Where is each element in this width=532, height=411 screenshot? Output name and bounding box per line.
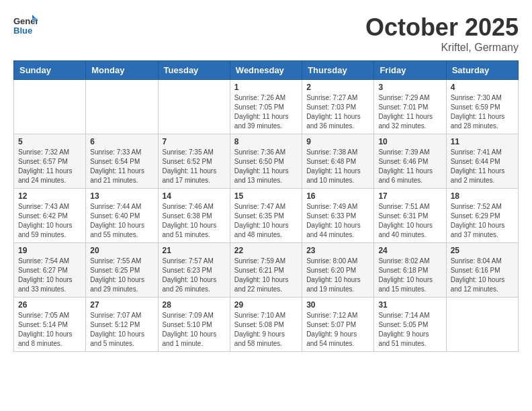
day-info: Sunrise: 7:26 AM Sunset: 7:05 PM Dayligh… bbox=[234, 93, 298, 131]
day-info: Sunrise: 8:00 AM Sunset: 6:20 PM Dayligh… bbox=[306, 257, 369, 294]
calendar-cell: 2Sunrise: 7:27 AM Sunset: 7:03 PM Daylig… bbox=[302, 80, 374, 134]
day-number: 13 bbox=[90, 191, 153, 201]
day-info: Sunrise: 7:49 AM Sunset: 6:33 PM Dayligh… bbox=[306, 202, 369, 240]
day-number: 6 bbox=[90, 137, 153, 146]
day-number: 9 bbox=[306, 137, 369, 146]
weekday-header-saturday: Saturday bbox=[446, 61, 518, 80]
weekday-header-friday: Friday bbox=[374, 61, 446, 80]
day-info: Sunrise: 7:36 AM Sunset: 6:50 PM Dayligh… bbox=[234, 148, 298, 185]
calendar-cell: 5Sunrise: 7:32 AM Sunset: 6:57 PM Daylig… bbox=[14, 134, 86, 189]
day-number: 2 bbox=[306, 83, 369, 92]
calendar-cell: 21Sunrise: 7:57 AM Sunset: 6:23 PM Dayli… bbox=[158, 243, 230, 298]
day-info: Sunrise: 8:02 AM Sunset: 6:18 PM Dayligh… bbox=[378, 257, 441, 294]
calendar-cell: 24Sunrise: 8:02 AM Sunset: 6:18 PM Dayli… bbox=[374, 243, 446, 298]
day-number: 22 bbox=[234, 246, 298, 255]
day-info: Sunrise: 7:47 AM Sunset: 6:35 PM Dayligh… bbox=[234, 202, 298, 240]
day-info: Sunrise: 7:52 AM Sunset: 6:29 PM Dayligh… bbox=[451, 202, 514, 240]
day-number: 1 bbox=[234, 83, 298, 92]
day-number: 3 bbox=[378, 83, 441, 92]
month-title: October 2025 bbox=[365, 13, 519, 42]
day-info: Sunrise: 7:57 AM Sunset: 6:23 PM Dayligh… bbox=[163, 257, 226, 294]
day-number: 16 bbox=[306, 191, 369, 201]
day-info: Sunrise: 7:54 AM Sunset: 6:27 PM Dayligh… bbox=[18, 257, 81, 294]
calendar-cell bbox=[446, 298, 518, 352]
calendar-cell: 27Sunrise: 7:07 AM Sunset: 5:12 PM Dayli… bbox=[86, 298, 158, 352]
day-number: 30 bbox=[306, 300, 369, 310]
day-info: Sunrise: 7:44 AM Sunset: 6:40 PM Dayligh… bbox=[90, 202, 153, 240]
day-info: Sunrise: 7:46 AM Sunset: 6:38 PM Dayligh… bbox=[163, 202, 226, 240]
calendar-cell: 7Sunrise: 7:35 AM Sunset: 6:52 PM Daylig… bbox=[158, 134, 230, 189]
calendar-cell: 13Sunrise: 7:44 AM Sunset: 6:40 PM Dayli… bbox=[86, 189, 158, 243]
calendar-cell: 22Sunrise: 7:59 AM Sunset: 6:21 PM Dayli… bbox=[230, 243, 302, 298]
calendar-cell bbox=[14, 80, 86, 134]
calendar-cell: 6Sunrise: 7:33 AM Sunset: 6:54 PM Daylig… bbox=[86, 134, 158, 189]
logo-icon: General Blue bbox=[13, 13, 38, 38]
calendar-cell: 31Sunrise: 7:14 AM Sunset: 5:05 PM Dayli… bbox=[374, 298, 446, 352]
calendar-cell: 30Sunrise: 7:12 AM Sunset: 5:07 PM Dayli… bbox=[302, 298, 374, 352]
calendar-cell bbox=[158, 80, 230, 134]
day-info: Sunrise: 7:55 AM Sunset: 6:25 PM Dayligh… bbox=[90, 257, 153, 294]
day-number: 24 bbox=[378, 246, 441, 255]
day-info: Sunrise: 7:10 AM Sunset: 5:08 PM Dayligh… bbox=[234, 311, 298, 349]
location-title: Kriftel, Germany bbox=[365, 42, 519, 54]
calendar-week-3: 12Sunrise: 7:43 AM Sunset: 6:42 PM Dayli… bbox=[14, 189, 519, 243]
logo: General Blue bbox=[13, 13, 38, 38]
day-number: 12 bbox=[18, 191, 81, 201]
day-info: Sunrise: 7:29 AM Sunset: 7:01 PM Dayligh… bbox=[378, 93, 441, 131]
day-number: 14 bbox=[163, 191, 226, 201]
weekday-header-tuesday: Tuesday bbox=[158, 61, 230, 80]
day-info: Sunrise: 7:39 AM Sunset: 6:46 PM Dayligh… bbox=[378, 148, 441, 185]
day-info: Sunrise: 7:41 AM Sunset: 6:44 PM Dayligh… bbox=[451, 148, 514, 185]
calendar-cell: 11Sunrise: 7:41 AM Sunset: 6:44 PM Dayli… bbox=[446, 134, 518, 189]
day-info: Sunrise: 7:05 AM Sunset: 5:14 PM Dayligh… bbox=[18, 311, 81, 349]
day-number: 18 bbox=[451, 191, 514, 201]
day-info: Sunrise: 7:09 AM Sunset: 5:10 PM Dayligh… bbox=[163, 311, 226, 349]
day-number: 28 bbox=[163, 300, 226, 310]
day-info: Sunrise: 7:32 AM Sunset: 6:57 PM Dayligh… bbox=[18, 148, 81, 185]
svg-text:Blue: Blue bbox=[13, 26, 32, 36]
calendar-cell: 20Sunrise: 7:55 AM Sunset: 6:25 PM Dayli… bbox=[86, 243, 158, 298]
calendar-cell: 29Sunrise: 7:10 AM Sunset: 5:08 PM Dayli… bbox=[230, 298, 302, 352]
day-info: Sunrise: 7:30 AM Sunset: 6:59 PM Dayligh… bbox=[451, 93, 514, 131]
day-info: Sunrise: 7:38 AM Sunset: 6:48 PM Dayligh… bbox=[306, 148, 369, 185]
calendar-cell: 9Sunrise: 7:38 AM Sunset: 6:48 PM Daylig… bbox=[302, 134, 374, 189]
calendar-week-4: 19Sunrise: 7:54 AM Sunset: 6:27 PM Dayli… bbox=[14, 243, 519, 298]
day-number: 23 bbox=[306, 246, 369, 255]
page-header: General Blue October 2025 Kriftel, Germa… bbox=[13, 13, 519, 54]
day-number: 11 bbox=[451, 137, 514, 146]
day-info: Sunrise: 7:51 AM Sunset: 6:31 PM Dayligh… bbox=[378, 202, 441, 240]
calendar-cell: 14Sunrise: 7:46 AM Sunset: 6:38 PM Dayli… bbox=[158, 189, 230, 243]
calendar-cell: 15Sunrise: 7:47 AM Sunset: 6:35 PM Dayli… bbox=[230, 189, 302, 243]
weekday-header-sunday: Sunday bbox=[14, 61, 86, 80]
weekday-header-wednesday: Wednesday bbox=[230, 61, 302, 80]
calendar-cell: 16Sunrise: 7:49 AM Sunset: 6:33 PM Dayli… bbox=[302, 189, 374, 243]
day-info: Sunrise: 7:35 AM Sunset: 6:52 PM Dayligh… bbox=[163, 148, 226, 185]
calendar-cell: 18Sunrise: 7:52 AM Sunset: 6:29 PM Dayli… bbox=[446, 189, 518, 243]
day-info: Sunrise: 8:04 AM Sunset: 6:16 PM Dayligh… bbox=[451, 257, 514, 294]
day-number: 31 bbox=[378, 300, 441, 310]
day-number: 25 bbox=[451, 246, 514, 255]
calendar-cell: 8Sunrise: 7:36 AM Sunset: 6:50 PM Daylig… bbox=[230, 134, 302, 189]
day-info: Sunrise: 7:33 AM Sunset: 6:54 PM Dayligh… bbox=[90, 148, 153, 185]
day-number: 21 bbox=[163, 246, 226, 255]
calendar-week-5: 26Sunrise: 7:05 AM Sunset: 5:14 PM Dayli… bbox=[14, 298, 519, 352]
day-info: Sunrise: 7:59 AM Sunset: 6:21 PM Dayligh… bbox=[234, 257, 298, 294]
calendar-cell: 19Sunrise: 7:54 AM Sunset: 6:27 PM Dayli… bbox=[14, 243, 86, 298]
weekday-header-row: SundayMondayTuesdayWednesdayThursdayFrid… bbox=[14, 61, 519, 80]
day-info: Sunrise: 7:12 AM Sunset: 5:07 PM Dayligh… bbox=[306, 311, 369, 349]
day-info: Sunrise: 7:14 AM Sunset: 5:05 PM Dayligh… bbox=[378, 311, 441, 349]
day-number: 5 bbox=[18, 137, 81, 146]
weekday-header-thursday: Thursday bbox=[302, 61, 374, 80]
calendar-week-2: 5Sunrise: 7:32 AM Sunset: 6:57 PM Daylig… bbox=[14, 134, 519, 189]
calendar-cell: 17Sunrise: 7:51 AM Sunset: 6:31 PM Dayli… bbox=[374, 189, 446, 243]
day-info: Sunrise: 7:43 AM Sunset: 6:42 PM Dayligh… bbox=[18, 202, 81, 240]
day-number: 17 bbox=[378, 191, 441, 201]
day-info: Sunrise: 7:07 AM Sunset: 5:12 PM Dayligh… bbox=[90, 311, 153, 349]
calendar-cell: 23Sunrise: 8:00 AM Sunset: 6:20 PM Dayli… bbox=[302, 243, 374, 298]
day-number: 29 bbox=[234, 300, 298, 310]
day-number: 4 bbox=[451, 83, 514, 92]
calendar-cell: 4Sunrise: 7:30 AM Sunset: 6:59 PM Daylig… bbox=[446, 80, 518, 134]
calendar-cell: 10Sunrise: 7:39 AM Sunset: 6:46 PM Dayli… bbox=[374, 134, 446, 189]
day-number: 27 bbox=[90, 300, 153, 310]
day-number: 7 bbox=[163, 137, 226, 146]
